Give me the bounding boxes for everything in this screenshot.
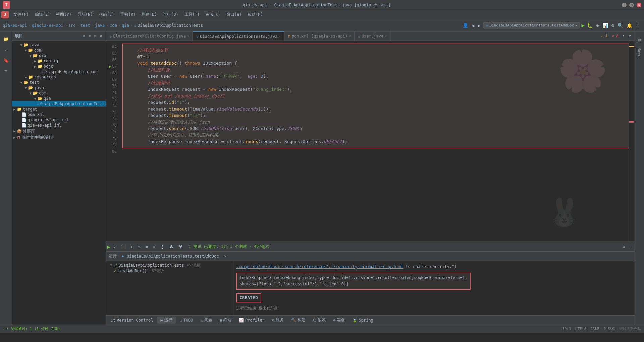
- collapse-icon[interactable]: ∨: [628, 33, 632, 39]
- run-align-icon[interactable]: ≡: [152, 244, 157, 250]
- run-tree-test[interactable]: ✓ testAddDoc() 457毫秒: [107, 268, 232, 274]
- search-icon[interactable]: 🔍: [616, 22, 624, 29]
- run-prev-icon[interactable]: ⮝: [168, 244, 175, 250]
- run-rerun-icon[interactable]: ↻: [129, 244, 135, 250]
- close-button[interactable]: ✕: [637, 3, 641, 7]
- sidebar-commit-icon[interactable]: ✓: [1, 45, 11, 54]
- tree-item-config[interactable]: ▶ 📁 config: [12, 58, 106, 64]
- menu-tools[interactable]: 工具(T): [182, 11, 203, 18]
- menu-navigate[interactable]: 导航(N): [75, 11, 96, 18]
- menu-edit[interactable]: 编辑(E): [32, 11, 53, 18]
- run-play-button[interactable]: ▶: [107, 244, 110, 250]
- run-gutter-icon[interactable]: ▶: [109, 64, 111, 69]
- menu-refactor[interactable]: 重构(R): [117, 11, 138, 18]
- tab-pom[interactable]: m pom.xml (qiaqia-es-api) ✕: [284, 31, 354, 41]
- tree-item-test-java[interactable]: ▼ 📂 java: [12, 85, 106, 90]
- status-indent[interactable]: 4 空格: [603, 326, 615, 331]
- tree-item-pom[interactable]: 📄 pom.xml: [12, 112, 106, 117]
- tree-item-pojo[interactable]: ▶ 📁 pojo: [12, 64, 106, 69]
- tab-elasticsearchclientconfig[interactable]: ☕ ElasticSearchClientConfig.java ✕: [106, 31, 193, 41]
- tab-close-icon[interactable]: ✕: [279, 35, 281, 38]
- tree-item-scratch[interactable]: ▶ 🗒 临时文件和控制台: [12, 134, 106, 141]
- minimize-button[interactable]: —: [622, 3, 627, 7]
- sidebar-project-icon[interactable]: 📁: [1, 34, 11, 44]
- tree-item-qia[interactable]: ▼ 📂 qia: [12, 53, 106, 58]
- run-stop-icon[interactable]: ⬛: [119, 244, 127, 250]
- breadcrumb-java[interactable]: java: [95, 23, 105, 28]
- tab-deps[interactable]: ⬡ 依赖: [310, 317, 329, 324]
- run-filter2-icon[interactable]: ⇵: [144, 244, 150, 250]
- debug-button[interactable]: 🐛: [586, 22, 594, 29]
- coverage-button[interactable]: ⊕: [595, 22, 600, 29]
- tab-close-icon[interactable]: ✕: [187, 34, 189, 38]
- menu-file[interactable]: 文件(F): [11, 11, 32, 18]
- back-icon[interactable]: ◀: [471, 22, 475, 29]
- status-encoding[interactable]: UTF-8: [575, 327, 586, 331]
- menu-run[interactable]: 运行(U): [160, 11, 181, 18]
- menu-help[interactable]: 帮助(H): [245, 11, 266, 18]
- profile-button[interactable]: 📊: [601, 22, 609, 29]
- run-tree-suite[interactable]: ▼ ✓ QiaqiaEsApiApplicationTests 457毫秒: [107, 262, 232, 268]
- tree-item-test-com[interactable]: ▼ 📂 com: [12, 90, 106, 96]
- tab-close-icon[interactable]: ✕: [385, 34, 387, 38]
- tab-problems[interactable]: ⚠ 问题: [197, 317, 216, 324]
- breadcrumb-com[interactable]: com: [110, 23, 117, 28]
- tab-profiler[interactable]: 📈 Profiler: [235, 317, 268, 323]
- breadcrumb-qia[interactable]: qia: [122, 23, 129, 28]
- tree-item-extlibs[interactable]: ▶ 📦 外部库: [12, 128, 106, 134]
- git-icon[interactable]: 👤: [462, 22, 469, 29]
- menu-vcs[interactable]: VCS(S): [203, 12, 223, 18]
- run-next-icon[interactable]: ⮟: [177, 244, 184, 250]
- run-more-icon[interactable]: ⋮: [159, 244, 166, 250]
- tab-services[interactable]: ⚙ 服务: [269, 317, 287, 324]
- tree-item-resources[interactable]: ▶ 📁 resources: [12, 74, 106, 80]
- run-button[interactable]: ▶: [581, 22, 585, 28]
- tab-run[interactable]: ▶ 运行: [157, 317, 175, 324]
- tree-item-test-qia[interactable]: ▼ 📂 qia: [12, 96, 106, 101]
- run-filter-icon[interactable]: ⇅: [137, 244, 142, 250]
- breadcrumb-test[interactable]: test: [80, 23, 90, 28]
- collapse-icon[interactable]: ≡: [88, 33, 92, 39]
- hide-panel-icon[interactable]: ✕: [99, 33, 103, 39]
- tab-build[interactable]: 🔨 构建: [288, 317, 309, 324]
- tab-qiaqia-tests[interactable]: ☕ QiaqiaEsApiApplicationTests.java ✕: [193, 31, 284, 41]
- run-settings-icon[interactable]: ⚙: [621, 244, 627, 250]
- tab-version-control[interactable]: ⎇ Version Control: [107, 317, 156, 323]
- settings-panel-icon[interactable]: ⚙: [93, 33, 98, 39]
- status-test-result[interactable]: ✓ ✓ 测试通过: 1 (1 分钟 之前): [3, 326, 60, 331]
- tree-item-iml1[interactable]: 📄 qiaqia-es-api.iml: [12, 117, 106, 123]
- tab-close-icon[interactable]: ✕: [349, 34, 351, 38]
- menu-window[interactable]: 窗口(W): [224, 11, 245, 18]
- breadcrumb-src[interactable]: src: [68, 23, 75, 28]
- run-check-icon[interactable]: ✓: [112, 244, 117, 250]
- expand-icon[interactable]: ∧: [622, 33, 626, 39]
- maximize-button[interactable]: ❐: [629, 3, 634, 7]
- structure-panel-label[interactable]: 结构: [636, 34, 643, 37]
- sidebar-bookmark-icon[interactable]: 🔖: [1, 56, 11, 65]
- tab-endpoints[interactable]: ⊙ 端点: [330, 317, 348, 324]
- tree-item-app[interactable]: ☕ QiaqiaEsApiApplication: [12, 69, 106, 74]
- notifications-icon[interactable]: 🔔: [626, 22, 633, 29]
- forward-icon[interactable]: ▶: [477, 22, 481, 29]
- tab-user[interactable]: ☕ User.java ✕: [355, 31, 390, 41]
- tab-spring[interactable]: 🍃 Spring: [349, 317, 376, 323]
- breadcrumb-project[interactable]: qia-es-api: [3, 23, 27, 28]
- tree-item-iml2[interactable]: 📄 qia-es-api.iml: [12, 123, 106, 128]
- tree-item-com[interactable]: ▼ 📂 com: [12, 48, 106, 53]
- breadcrumb-module[interactable]: qiaqia-es-api: [32, 23, 63, 28]
- tree-item-tests-selected[interactable]: ☕ QiaqiaEsApiApplicationTests: [12, 101, 106, 107]
- menu-code[interactable]: 代码(C): [96, 11, 117, 18]
- tree-item-target[interactable]: ▶ 📁 target: [12, 107, 106, 112]
- tab-terminal[interactable]: ▣ 终端: [216, 317, 235, 324]
- run-close-icon[interactable]: ✕: [223, 254, 227, 259]
- security-url[interactable]: .co/guide/en/elasticsearch/reference/7.1…: [236, 264, 404, 269]
- status-position[interactable]: 39:1: [562, 327, 572, 331]
- tree-item-java[interactable]: ▼ 📂 java: [12, 42, 106, 48]
- settings-icon[interactable]: ⚙: [610, 22, 615, 29]
- menu-view[interactable]: 视图(V): [53, 11, 74, 18]
- warning-icon[interactable]: ⚠ 1: [600, 33, 609, 39]
- scope-icon[interactable]: ⊕: [82, 33, 87, 39]
- tab-todo[interactable]: ☑ TODO: [176, 317, 197, 323]
- status-line-ending[interactable]: CRLF: [590, 327, 599, 331]
- run-config-dropdown[interactable]: ☕ QiaqiaEsApiApplicationTests.testAddDoc…: [483, 22, 580, 28]
